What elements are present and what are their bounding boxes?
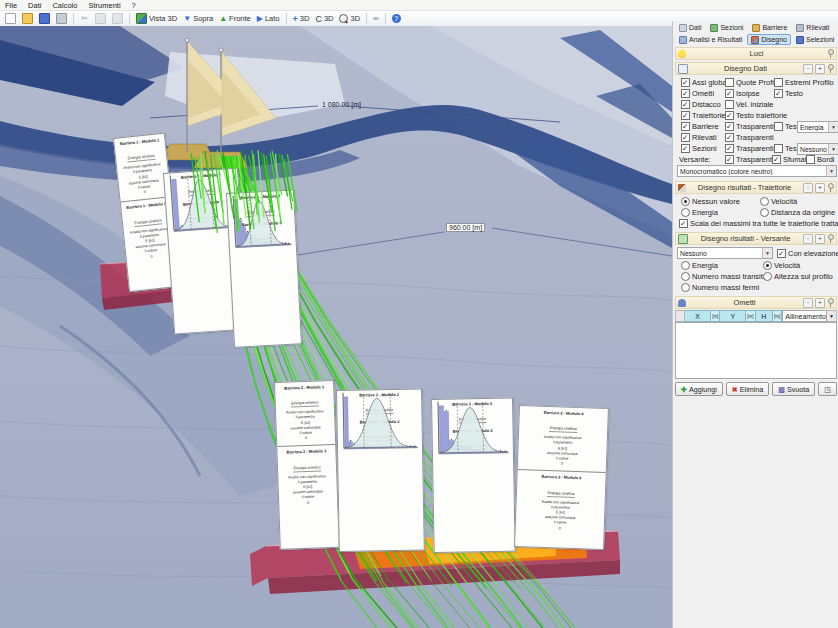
checkbox-quote-profilo[interactable]: Quote Profilo	[725, 77, 780, 88]
column-header-y[interactable]: Y	[720, 310, 746, 322]
section-header-risultati-versante[interactable]: Disegno risultati - Versante - +	[675, 232, 837, 245]
tab-sezioni[interactable]: Sezioni	[706, 22, 747, 33]
link-icon: ∞	[373, 14, 379, 23]
rotate-3d-button[interactable]: C 3D	[313, 12, 335, 25]
tab-analisi-risultati[interactable]: Analisi e Risultati	[675, 34, 746, 45]
radio-energia-versante[interactable]: Energia	[681, 260, 718, 271]
menu-calcolo[interactable]: Calcolo	[52, 1, 77, 10]
checkbox-sezioni[interactable]: Sezioni	[681, 143, 717, 154]
help-button[interactable]: ?	[390, 12, 403, 25]
checkbox-con-elevazione[interactable]: Con elevazione	[777, 248, 838, 259]
menu-dati[interactable]: Dati	[28, 1, 41, 10]
elimina-button[interactable]: ✖Elimina	[726, 382, 769, 396]
radio-numero-massi-fermi[interactable]: Numero massi fermi	[681, 282, 759, 293]
paste-button[interactable]	[110, 12, 125, 25]
ometti-table-header: X [m] Y [m] H [m] Allineamento ▼	[675, 310, 837, 322]
checkbox-assi-globali[interactable]: Assi globali	[681, 77, 730, 88]
tab-disegno-label: Disegno	[761, 36, 787, 43]
zoom-3d-button[interactable]: 3D	[337, 12, 362, 25]
section-header-risultati-traiettorie[interactable]: Disegno risultati - Traiettorie - +	[675, 181, 837, 194]
checkbox-rilevati[interactable]: Rilevati	[681, 132, 717, 143]
pin-icon[interactable]	[827, 298, 834, 307]
save-button[interactable]	[37, 12, 52, 25]
checkbox-ometti[interactable]: Ometti	[681, 88, 714, 99]
checkbox-sezioni-trasparenti[interactable]: Trasparenti	[725, 143, 774, 154]
radio-energia-traiettorie[interactable]: Energia	[681, 207, 718, 218]
traiettorie-title: Disegno risultati - Traiettorie	[688, 183, 801, 192]
pin-icon[interactable]	[827, 49, 834, 58]
pin-icon[interactable]	[827, 64, 834, 73]
checkbox-versante-trasparente[interactable]: Trasparente	[725, 154, 776, 165]
dropdown-colore-versante[interactable]: Monocromatico (colore neutro)▼	[677, 165, 837, 177]
vista-3d-button[interactable]: Vista 3D	[134, 12, 179, 25]
tab-rilevati[interactable]: Rilevati	[792, 22, 833, 33]
fronte-button[interactable]: ▲ Fronte	[217, 12, 253, 25]
sopra-button[interactable]: ▼ Sopra	[181, 12, 215, 25]
toolbar-separator	[129, 13, 130, 24]
radio-velocita-traiettorie[interactable]: Velocità	[760, 196, 797, 207]
collapse-button[interactable]: -	[803, 183, 813, 193]
ometti-table-body[interactable]	[675, 322, 837, 379]
radio-nessun-valore[interactable]: Nessun valore	[681, 196, 740, 207]
checkbox-barriere-trasparenti[interactable]: Trasparenti	[725, 121, 774, 132]
viewport-3d[interactable]: Barriera 1 - Modulo 1Energia cineticaAna…	[0, 26, 672, 628]
draw-settings-icon	[678, 64, 688, 74]
tab-sezioni-label: Sezioni	[720, 24, 743, 31]
collapse-button[interactable]: -	[803, 64, 813, 74]
open-button[interactable]	[20, 12, 35, 25]
link-button[interactable]: ∞	[371, 12, 381, 25]
column-header-allineamento[interactable]: Allineamento	[782, 310, 826, 322]
eraser-icon: ▨	[778, 386, 785, 393]
ometti-extra-button[interactable]: ◳	[818, 382, 837, 396]
expand-button[interactable]: +	[815, 298, 825, 308]
checkbox-testo-traiettorie[interactable]: Testo traiettorie	[725, 110, 787, 121]
pin-icon[interactable]	[827, 183, 834, 192]
dropdown-versante[interactable]: Nessuno▼	[677, 247, 773, 259]
checkbox-traiettorie[interactable]: Traiettorie	[681, 110, 725, 121]
checkbox-rilevati-trasparenti[interactable]: Trasparenti	[725, 132, 774, 143]
fronte-label: Fronte	[229, 14, 251, 23]
toolbar-separator	[286, 13, 287, 24]
checkbox-estremi-profilo[interactable]: Estremi Profilo	[774, 77, 834, 88]
lato-button[interactable]: ▶ Lato	[255, 12, 282, 25]
tab-barriere[interactable]: Barriere	[748, 22, 791, 33]
radio-numero-massi-transitati[interactable]: Numero massi transitati	[681, 271, 771, 282]
cut-button[interactable]: ✂	[78, 12, 91, 25]
pin-icon[interactable]	[827, 234, 834, 243]
menu-file[interactable]: File	[5, 1, 17, 10]
menu-help[interactable]: ?	[132, 1, 136, 10]
checkbox-barriere[interactable]: Barriere	[681, 121, 719, 132]
section-header-luci[interactable]: Luci	[675, 47, 837, 60]
print-icon	[56, 13, 67, 24]
checkbox-scala-massimi[interactable]: Scala dei massimi tra tutte le traiettor…	[679, 218, 838, 229]
arrow-down-icon: ▼	[183, 14, 191, 23]
checkbox-versante-bordi[interactable]: Bordi	[806, 154, 835, 165]
section-header-disegno-dati[interactable]: Disegno Dati - +	[675, 62, 837, 75]
expand-button[interactable]: +	[815, 234, 825, 244]
tab-selezioni[interactable]: Selezioni	[792, 34, 838, 45]
pan-3d-button[interactable]: + 3D	[291, 12, 312, 25]
section-header-ometti[interactable]: Ometti - +	[675, 296, 837, 309]
radio-distanza-origine[interactable]: Distanza da origine	[760, 207, 835, 218]
radio-velocita-versante[interactable]: Velocità	[763, 260, 800, 271]
aggiungi-button[interactable]: ✚Aggiungi	[675, 382, 723, 396]
checkbox-testo-dati[interactable]: Testo	[774, 88, 803, 99]
column-header-h[interactable]: H	[756, 310, 774, 322]
menu-strumenti[interactable]: Strumenti	[88, 1, 120, 10]
expand-button[interactable]: +	[815, 64, 825, 74]
collapse-button[interactable]: -	[803, 298, 813, 308]
expand-button[interactable]: +	[815, 183, 825, 193]
radio-altezza-sul-profilo[interactable]: Altezza sul profilo	[763, 271, 833, 282]
allineamento-dropdown-arrow-icon[interactable]: ▼	[827, 310, 837, 322]
new-button[interactable]	[3, 12, 18, 25]
svuota-button[interactable]: ▨Svuota	[772, 382, 815, 396]
copy-button[interactable]	[93, 12, 108, 25]
checkbox-distacco[interactable]: Distacco	[681, 99, 721, 110]
tab-dati[interactable]: Dati	[675, 22, 705, 33]
checkbox-isoipse[interactable]: Isoipse	[725, 88, 760, 99]
column-header-x[interactable]: X	[685, 310, 711, 322]
collapse-button[interactable]: -	[803, 234, 813, 244]
print-button[interactable]	[54, 12, 69, 25]
tab-disegno[interactable]: Disegno	[747, 34, 791, 45]
checkbox-vel-iniziale[interactable]: Vel. iniziale	[725, 99, 774, 110]
